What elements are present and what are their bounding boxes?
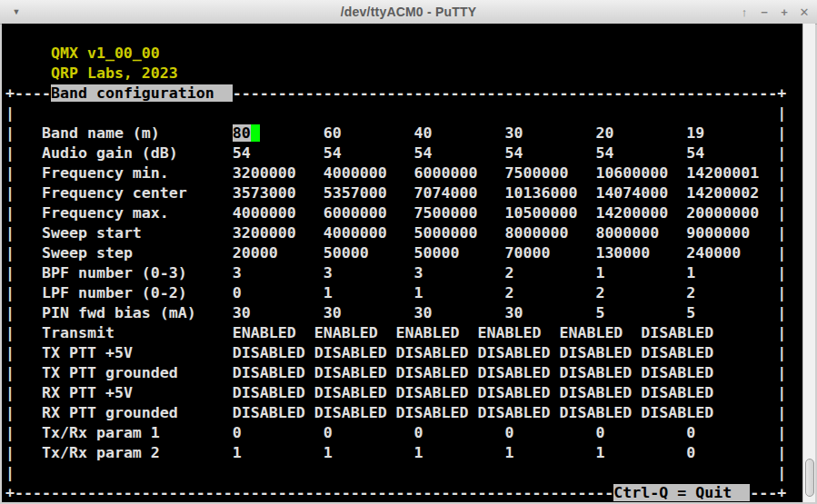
- table-row: | RX PTT +5V DISABLED DISABLED DISABLED …: [5, 383, 802, 403]
- row-label: Frequency center: [15, 184, 233, 202]
- row-values: 4000000 6000000 7500000 10500000 1420000…: [233, 204, 777, 222]
- row-label: Tx/Rx param 2: [15, 444, 233, 461]
- frame-border: |: [5, 104, 15, 122]
- shade-button[interactable]: ↑: [737, 4, 752, 20]
- row-values: 0 1 1 2 2 2: [233, 284, 777, 301]
- row-label: TX PTT grounded: [15, 364, 233, 381]
- row-label: TX PTT +5V: [15, 344, 233, 361]
- border-dashes: ---+: [750, 484, 786, 501]
- frame-border: |: [5, 304, 15, 321]
- frame-title: Band configuration: [51, 84, 233, 102]
- banner-version-text: QMX v1_00_00: [5, 44, 160, 62]
- frame-border: |: [5, 164, 15, 182]
- terminal-blank-line: [5, 24, 802, 44]
- row-values: 54 54 54 54 54 54: [233, 144, 777, 162]
- frame-border: |: [5, 284, 15, 301]
- table-row: | LPF number (0-2) 0 1 1 2 2 2 |: [5, 283, 802, 303]
- frame-space: [15, 104, 777, 122]
- frame-border: |: [777, 104, 786, 122]
- frame-border: |: [5, 424, 15, 441]
- row-values: 0 0 0 0 0 0: [233, 424, 777, 441]
- frame-border: |: [5, 364, 15, 381]
- row-label: Audio gain (dB): [15, 144, 233, 162]
- title-bar: ▼ /dev/ttyACM0 - PuTTY ↑ − + ✕: [0, 0, 817, 25]
- border-dashes: +---------------------------------------…: [5, 484, 613, 501]
- row-values: 3200000 4000000 5000000 8000000 8000000 …: [233, 224, 777, 242]
- window-controls: ↑ − + ✕: [737, 0, 812, 24]
- frame-border: |: [777, 424, 786, 441]
- frame-border: |: [777, 404, 786, 421]
- putty-window: ▼ /dev/ttyACM0 - PuTTY ↑ − + ✕ QMX v1_00…: [0, 0, 817, 504]
- text-cursor[interactable]: [251, 124, 260, 142]
- row-values: DISABLED DISABLED DISABLED DISABLED DISA…: [233, 364, 777, 381]
- frame-border: |: [777, 204, 786, 222]
- row-values: DISABLED DISABLED DISABLED DISABLED DISA…: [233, 404, 777, 421]
- frame-border: |: [5, 404, 15, 421]
- row-values: 3200000 4000000 6000000 7500000 10600000…: [233, 164, 777, 182]
- frame-border: |: [777, 164, 786, 182]
- frame-border: |: [5, 224, 15, 242]
- frame-border: |: [777, 124, 786, 142]
- frame-border: |: [5, 204, 15, 222]
- frame-border: |: [777, 464, 786, 481]
- frame-border: |: [777, 344, 786, 361]
- frame-border: |: [777, 264, 786, 282]
- banner-line-2: QRP Labs, 2023: [5, 64, 802, 84]
- frame-border: |: [777, 384, 786, 401]
- table-row: | Band name (m) 80 60 40 30 20 19 |: [5, 124, 802, 143]
- window-menu-icon[interactable]: ▼: [7, 0, 25, 24]
- table-row: | Sweep step 20000 50000 50000 70000 130…: [5, 243, 802, 263]
- frame-border: |: [777, 444, 786, 461]
- frame-border: |: [5, 244, 15, 262]
- table-row: | Frequency center 3573000 5357000 70740…: [5, 183, 802, 203]
- minimize-button[interactable]: −: [757, 4, 772, 20]
- table-row: | Audio gain (dB) 54 54 54 54 54 54 |: [5, 143, 802, 163]
- maximize-button[interactable]: +: [777, 4, 792, 20]
- frame-top-border: +----Band configuration ----------------…: [5, 84, 802, 104]
- row-label: Tx/Rx param 1: [15, 424, 233, 441]
- table-row: | PIN fwd bias (mA) 30 30 30 30 5 5 |: [5, 303, 802, 323]
- frame-empty-row: | |: [5, 463, 802, 483]
- row-values: ENABLED ENABLED ENABLED ENABLED ENABLED …: [233, 324, 777, 341]
- table-row: | TX PTT +5V DISABLED DISABLED DISABLED …: [5, 343, 802, 363]
- row-label: Transmit: [15, 324, 233, 341]
- frame-border: |: [5, 184, 15, 202]
- terminal-screen[interactable]: QMX v1_00_00 QRP Labs, 2023+----Band con…: [2, 24, 802, 502]
- banner-vendor-text: QRP Labs, 2023: [5, 64, 178, 82]
- row-label: Sweep start: [15, 224, 233, 242]
- row-values: 60 40 30 20 19: [260, 124, 777, 142]
- row-label: Sweep step: [15, 244, 233, 262]
- close-button[interactable]: ✕: [797, 4, 812, 20]
- table-row: | BPF number (0-3) 3 3 3 2 1 1 |: [5, 263, 802, 283]
- table-row: | Transmit ENABLED ENABLED ENABLED ENABL…: [5, 323, 802, 343]
- frame-border: |: [777, 284, 786, 301]
- frame-border: |: [5, 264, 15, 282]
- row-label: PIN fwd bias (mA): [15, 304, 233, 321]
- frame-empty-row: | |: [5, 104, 802, 124]
- frame-border: |: [5, 324, 15, 341]
- table-row: | Sweep start 3200000 4000000 5000000 80…: [5, 223, 802, 243]
- frame-border: |: [5, 384, 15, 401]
- frame-border: |: [5, 144, 15, 162]
- row-values: 3573000 5357000 7074000 10136000 1407400…: [233, 184, 777, 202]
- row-label: Band name (m): [15, 124, 233, 142]
- table-row: | Frequency min. 3200000 4000000 6000000…: [5, 163, 802, 183]
- row-values: DISABLED DISABLED DISABLED DISABLED DISA…: [233, 344, 777, 361]
- scrollbar-thumb[interactable]: [805, 459, 814, 497]
- table-row: | Tx/Rx param 2 1 1 1 1 1 0 |: [5, 443, 802, 463]
- scrollbar[interactable]: [802, 24, 815, 502]
- quit-hint: Ctrl-Q = Quit: [613, 484, 750, 501]
- row-values: 30 30 30 30 5 5: [233, 304, 777, 321]
- row-label: Frequency min.: [15, 164, 233, 182]
- row-values: DISABLED DISABLED DISABLED DISABLED DISA…: [233, 384, 777, 401]
- frame-border: |: [777, 184, 786, 202]
- table-row: | TX PTT grounded DISABLED DISABLED DISA…: [5, 363, 802, 383]
- frame-border: |: [777, 224, 786, 242]
- row-label: Frequency max.: [15, 204, 233, 222]
- frame-space: [15, 464, 777, 481]
- terminal-area[interactable]: QMX v1_00_00 QRP Labs, 2023+----Band con…: [2, 24, 802, 502]
- row-values: 3 3 3 2 1 1: [233, 264, 777, 282]
- row-label: RX PTT grounded: [15, 404, 233, 421]
- active-cell[interactable]: 80: [233, 124, 251, 142]
- window-title: /dev/ttyACM0 - PuTTY: [0, 5, 817, 19]
